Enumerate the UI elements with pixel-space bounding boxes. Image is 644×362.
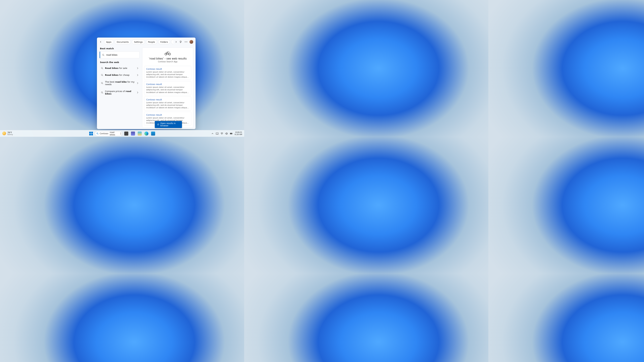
- taskbar-system-tray: 10/6/21 9:28 AM: [211, 131, 244, 136]
- rewards-icon[interactable]: [179, 40, 182, 44]
- best-match-item[interactable]: road bikes: [100, 51, 140, 58]
- web-suggestion[interactable]: Compare prices of road bikes: [100, 88, 140, 97]
- preview-title: ‘road bikes’ - see web results: [146, 57, 190, 60]
- store-icon: [151, 132, 155, 136]
- search-flyout: Apps Documents Settings People Folders P…: [97, 37, 196, 129]
- result-title: Contoso result: [146, 83, 189, 85]
- taskbar-clock[interactable]: 10/6/21 9:28 AM: [234, 131, 242, 136]
- suggestion-text: Compare prices of road bikes: [105, 90, 135, 95]
- filter-pill-row: Apps Documents Settings People Folders P…: [103, 39, 174, 44]
- filter-pill-settings[interactable]: Settings: [132, 39, 145, 44]
- bicycle-icon: [164, 51, 171, 55]
- more-options-icon[interactable]: [184, 40, 188, 44]
- edge-button[interactable]: [144, 131, 149, 136]
- preview-card: ‘road bikes’ - see web results Contoso S…: [142, 48, 193, 128]
- search-web-heading: Search the web: [100, 61, 140, 63]
- best-match-heading: Best match: [100, 47, 140, 50]
- taskbar-search-box[interactable]: Contoso: road bikes: [95, 131, 122, 136]
- chevron-right-icon: [137, 91, 138, 93]
- file-explorer-button[interactable]: [137, 131, 142, 136]
- suggestion-text: Road bikes for cheap: [105, 74, 135, 76]
- chevron-right-icon: [137, 82, 138, 84]
- wifi-icon[interactable]: [220, 132, 223, 135]
- keyboard-input-icon[interactable]: [216, 132, 218, 135]
- web-suggestion[interactable]: Road bikes for sale: [100, 65, 140, 71]
- chevron-right-icon: [137, 67, 138, 69]
- preview-result-list: Contoso result Lorem ipsum dolor sit ame…: [142, 65, 193, 128]
- task-view-icon: [124, 132, 128, 136]
- edge-icon: [144, 132, 148, 136]
- volume-icon[interactable]: [225, 132, 228, 135]
- search-icon: [101, 91, 103, 94]
- search-prefix: Contoso:: [100, 132, 109, 135]
- search-query: road bikes: [110, 131, 120, 136]
- open-in-browser-button[interactable]: Open results in browser: [155, 121, 182, 128]
- web-suggestion[interactable]: Road bikes for cheap: [100, 72, 140, 78]
- search-icon: [101, 67, 103, 69]
- result-body: Lorem ipsum dolor sit amet, consectetur …: [146, 101, 189, 109]
- taskbar-weather[interactable]: 78°F Sunny: [0, 132, 13, 135]
- preview-subtitle: Contoso Search App: [146, 60, 190, 63]
- chevron-right-icon: [175, 41, 177, 43]
- open-external-icon: [157, 123, 159, 126]
- results-preview-column: ‘road bikes’ - see web results Contoso S…: [141, 46, 196, 129]
- clock-time: 9:28 AM: [234, 134, 242, 136]
- suggestion-text: Road bikes for sale: [105, 67, 135, 69]
- svg-point-6: [101, 82, 103, 84]
- search-icon: [96, 132, 98, 135]
- result-body: Lorem ipsum dolor sit amet, consectetur …: [146, 71, 189, 78]
- clock-date: 10/6/21: [234, 131, 242, 134]
- results-left-column: Best match road bikes Search the web Roa…: [97, 46, 141, 129]
- result-title: Contoso result: [146, 68, 189, 70]
- scroll-right-button[interactable]: [174, 40, 178, 44]
- result-body: Lorem ipsum dolor sit amet, consectetur …: [146, 86, 189, 93]
- svg-point-0: [185, 42, 185, 42]
- filter-pill-documents[interactable]: Documents: [114, 39, 131, 44]
- user-avatar[interactable]: [190, 40, 193, 44]
- teams-button[interactable]: [130, 131, 136, 136]
- text-caret: [121, 132, 121, 135]
- svg-point-3: [102, 54, 104, 55]
- result-title: Contoso result: [146, 98, 189, 101]
- filter-pill-apps[interactable]: Apps: [104, 39, 114, 44]
- preview-result[interactable]: Contoso result Lorem ipsum dolor sit ame…: [144, 81, 191, 95]
- preview-result[interactable]: Contoso result Lorem ipsum dolor sit ame…: [144, 66, 191, 80]
- header-action-icons: [179, 40, 193, 44]
- open-in-browser-label: Open results in browser: [160, 122, 180, 127]
- search-icon: [101, 82, 103, 84]
- suggestion-text: The best road bike for my needs: [105, 81, 135, 86]
- svg-point-2: [187, 42, 187, 42]
- chevron-right-icon: [137, 74, 138, 76]
- taskbar-center: Contoso: road bikes: [88, 131, 156, 136]
- teams-icon: [131, 132, 135, 136]
- file-explorer-icon: [138, 132, 142, 136]
- start-button[interactable]: [88, 131, 94, 136]
- filter-pill-folders[interactable]: Folders: [158, 39, 170, 44]
- svg-point-4: [101, 67, 103, 68]
- svg-point-12: [222, 134, 222, 135]
- preview-result[interactable]: Contoso result Lorem ipsum dolor sit ame…: [144, 96, 191, 110]
- filter-pill-people[interactable]: People: [146, 39, 157, 44]
- task-view-button[interactable]: [124, 131, 129, 136]
- weather-condition: Sunny: [8, 134, 13, 135]
- best-match-text: road bikes: [106, 54, 118, 56]
- svg-point-7: [101, 92, 103, 93]
- filter-pill-photos[interactable]: Photos: [171, 39, 174, 44]
- web-suggestion[interactable]: The best road bike for my needs: [100, 79, 140, 87]
- svg-point-1: [186, 42, 186, 42]
- search-icon: [102, 54, 104, 56]
- scroll-left-button[interactable]: [98, 40, 103, 44]
- search-icon: [101, 74, 103, 76]
- store-button[interactable]: [150, 131, 156, 136]
- chevron-left-icon: [100, 41, 102, 43]
- svg-rect-15: [232, 133, 232, 134]
- flyout-header: Apps Documents Settings People Folders P…: [97, 37, 196, 46]
- svg-rect-14: [230, 133, 232, 134]
- windows-logo-icon: [89, 132, 93, 135]
- taskbar: 78°F Sunny Contoso: road bikes: [0, 130, 244, 137]
- svg-point-5: [101, 74, 103, 75]
- battery-icon[interactable]: [230, 132, 232, 135]
- result-title: Contoso result: [146, 114, 189, 116]
- svg-point-10: [97, 133, 98, 134]
- tray-overflow-button[interactable]: [211, 132, 214, 135]
